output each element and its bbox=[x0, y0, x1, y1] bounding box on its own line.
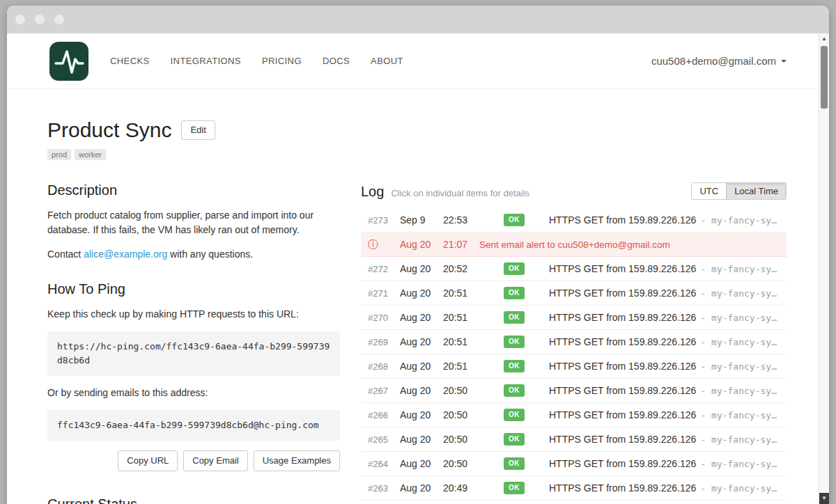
utc-button[interactable]: UTC bbox=[691, 182, 727, 200]
nav-item-pricing[interactable]: PRICING bbox=[262, 56, 302, 66]
ping-status-cell: OK bbox=[479, 409, 549, 421]
tags-row: prodworker bbox=[47, 149, 787, 160]
ping-url-instruction: Keep this check up by making HTTP reques… bbox=[47, 307, 340, 322]
ping-date: Aug 20 bbox=[400, 312, 443, 323]
nav-item-about[interactable]: ABOUT bbox=[371, 56, 403, 66]
ping-date: Aug 20 bbox=[400, 409, 443, 420]
ping-email-codeblock[interactable]: ffc143c9-6aea-44fa-b299-599739d8cb6d@hc-… bbox=[47, 410, 340, 441]
ping-detail-text: - my-fancy-sy… bbox=[700, 459, 777, 469]
nav-item-checks[interactable]: CHECKS bbox=[110, 56, 150, 66]
ping-detail-text: - my-fancy-sy… bbox=[700, 337, 777, 347]
ping-status-cell: OK bbox=[479, 433, 549, 446]
log-row-alert[interactable]: ⓘAug 2021:07Sent email alert to cuu508+d… bbox=[361, 233, 787, 257]
ping-event-text: HTTPS GET from 159.89.226.126 bbox=[549, 385, 696, 396]
ok-status-badge: OK bbox=[504, 311, 525, 324]
nav-item-integrations[interactable]: INTEGRATIONS bbox=[171, 56, 241, 66]
ping-number: #264 bbox=[368, 459, 400, 469]
log-row-ping[interactable]: #271Aug 2020:51OKHTTPS GET from 159.89.2… bbox=[361, 281, 787, 306]
ping-description: HTTPS GET from 159.89.226.126- my-fancy-… bbox=[549, 385, 787, 396]
ping-status-cell: OK bbox=[479, 336, 549, 348]
ok-status-badge: OK bbox=[504, 384, 525, 397]
window-close-button[interactable] bbox=[15, 15, 25, 24]
ping-event-text: HTTPS GET from 159.89.226.126 bbox=[549, 288, 696, 299]
ping-event-text: HTTPS GET from 159.89.226.126 bbox=[549, 263, 696, 274]
ping-actions: Copy URL Copy Email Usage Examples bbox=[47, 450, 340, 471]
log-heading: Log bbox=[361, 184, 384, 200]
ping-url-codeblock[interactable]: https://hc-ping.com/ffc143c9-6aea-44fa-b… bbox=[47, 331, 340, 376]
contact-line: Contact alice@example.org with any quest… bbox=[47, 247, 340, 262]
ping-status-cell: OK bbox=[479, 360, 549, 372]
ping-time: 20:50 bbox=[443, 458, 479, 469]
ping-status-cell: OK bbox=[479, 287, 549, 299]
scroll-up-arrow[interactable]: ▲ bbox=[819, 33, 829, 45]
ok-status-badge: OK bbox=[504, 360, 525, 372]
local-time-button[interactable]: Local Time bbox=[726, 182, 787, 200]
log-row-ping[interactable]: #269Aug 2020:51OKHTTPS GET from 159.89.2… bbox=[361, 330, 787, 354]
log-row-ping[interactable]: #266Aug 2020:50OKHTTPS GET from 159.89.2… bbox=[361, 403, 787, 427]
log-row-ping[interactable]: #273Sep 922:53OKHTTPS GET from 159.89.22… bbox=[361, 208, 787, 233]
page: CHECKSINTEGRATIONSPRICINGDOCSABOUT cuu50… bbox=[7, 33, 829, 504]
log-subtitle: Click on individual items for details bbox=[391, 188, 529, 198]
ping-date: Aug 20 bbox=[400, 361, 443, 372]
how-to-ping-heading: How To Ping bbox=[47, 281, 340, 297]
ping-number: #273 bbox=[368, 215, 400, 226]
ping-number: #269 bbox=[368, 337, 400, 347]
usage-examples-button[interactable]: Usage Examples bbox=[254, 450, 340, 471]
copy-url-button[interactable]: Copy URL bbox=[118, 450, 178, 471]
log-row-ping[interactable]: #270Aug 2020:51OKHTTPS GET from 159.89.2… bbox=[361, 306, 787, 330]
scrollbar[interactable]: ▲ ▼ bbox=[819, 33, 829, 504]
current-status-heading: Current Status bbox=[47, 496, 340, 504]
ok-status-badge: OK bbox=[504, 433, 525, 446]
contact-suffix: with any questions. bbox=[167, 249, 253, 260]
ping-time: 20:51 bbox=[443, 336, 479, 347]
tag-badge: prod bbox=[47, 149, 71, 160]
nav-item-docs[interactable]: DOCS bbox=[323, 56, 350, 66]
ping-event-text: HTTPS GET from 159.89.226.126 bbox=[549, 214, 696, 226]
window-titlebar bbox=[7, 6, 829, 33]
log-row-ping[interactable]: #272Aug 2020:52OKHTTPS GET from 159.89.2… bbox=[361, 257, 787, 281]
log-row-ping[interactable]: #264Aug 2020:50OKHTTPS GET from 159.89.2… bbox=[361, 452, 787, 476]
window-minimize-button[interactable] bbox=[35, 15, 45, 24]
account-menu[interactable]: cuu508+demo@gmail.com bbox=[651, 55, 787, 67]
ping-status-cell: OK bbox=[479, 457, 549, 470]
ping-status-cell: OK bbox=[479, 214, 549, 226]
log-row-ping[interactable]: #267Aug 2020:50OKHTTPS GET from 159.89.2… bbox=[361, 379, 787, 403]
log-row-ping[interactable]: #268Aug 2020:51OKHTTPS GET from 159.89.2… bbox=[361, 354, 787, 379]
ping-description: HTTPS GET from 159.89.226.126- my-fancy-… bbox=[549, 214, 787, 226]
edit-button[interactable]: Edit bbox=[181, 120, 215, 140]
ping-time: 20:51 bbox=[443, 312, 479, 323]
ping-date: Aug 20 bbox=[400, 336, 443, 347]
ping-date: Aug 20 bbox=[400, 434, 443, 445]
ping-time: 20:50 bbox=[443, 409, 479, 420]
ping-description: HTTPS GET from 159.89.226.126- my-fancy-… bbox=[549, 263, 787, 274]
alert-cell: ⓘ bbox=[368, 238, 400, 251]
ping-event-text: HTTPS GET from 159.89.226.126 bbox=[549, 336, 696, 347]
alert-info-icon: ⓘ bbox=[368, 238, 378, 250]
page-content: CHECKSINTEGRATIONSPRICINGDOCSABOUT cuu50… bbox=[7, 33, 819, 504]
tag-badge: worker bbox=[75, 149, 106, 160]
ping-status-cell: OK bbox=[479, 384, 549, 397]
healthchecks-logo-icon[interactable] bbox=[49, 41, 89, 81]
contact-email-link[interactable]: alice@example.org bbox=[84, 249, 167, 260]
ok-status-badge: OK bbox=[504, 457, 525, 470]
ping-time: 20:49 bbox=[443, 482, 479, 494]
ping-detail-text: - my-fancy-sy… bbox=[700, 313, 777, 323]
ping-time: 20:52 bbox=[443, 263, 479, 274]
ping-date: Aug 20 bbox=[400, 482, 443, 494]
ping-detail-text: - my-fancy-sy… bbox=[700, 434, 777, 445]
ok-status-badge: OK bbox=[504, 409, 525, 421]
scroll-down-arrow[interactable]: ▼ bbox=[819, 493, 829, 504]
ping-description: HTTPS GET from 159.89.226.126- my-fancy-… bbox=[549, 482, 787, 494]
ping-event-text: HTTPS GET from 159.89.226.126 bbox=[549, 434, 696, 445]
window-maximize-button[interactable] bbox=[54, 15, 64, 24]
ping-number: #266 bbox=[368, 410, 400, 420]
chevron-down-icon bbox=[781, 60, 787, 63]
ping-detail-text: - my-fancy-sy… bbox=[700, 288, 777, 299]
log-row-ping[interactable]: #265Aug 2020:50OKHTTPS GET from 159.89.2… bbox=[361, 427, 787, 452]
log-row-ping[interactable]: #263Aug 2020:49OKHTTPS GET from 159.89.2… bbox=[361, 476, 787, 501]
copy-email-button[interactable]: Copy Email bbox=[183, 450, 247, 471]
scrollbar-thumb[interactable] bbox=[821, 46, 828, 109]
page-header: Product Sync Edit bbox=[47, 118, 787, 142]
ping-time: 20:51 bbox=[443, 288, 479, 299]
left-column: Description Fetch product catalog from s… bbox=[47, 182, 340, 504]
